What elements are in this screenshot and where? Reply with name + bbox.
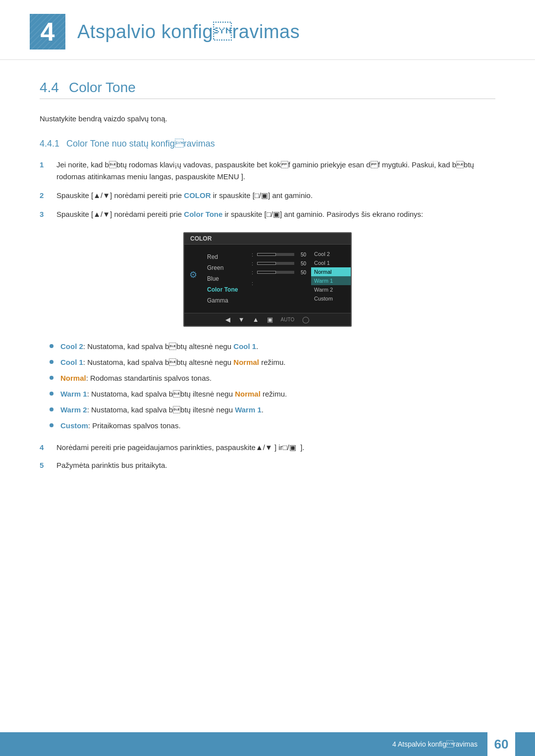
section-title: 4.4Color Tone — [40, 80, 495, 99]
main-content: 4.4Color Tone Nustatykite bendrą vaizdo … — [0, 60, 535, 527]
bullet-dot-5 — [50, 407, 54, 411]
menu-item-red: Red — [202, 252, 247, 262]
footer-power-btn: ◯ — [302, 316, 310, 323]
slider-separator-2: : — [252, 260, 253, 266]
section-num: 4.4 — [40, 80, 59, 95]
bullet-dot-6 — [50, 423, 54, 427]
slider-bar-blue — [257, 271, 294, 274]
slider-col: : 50 : 50 : — [247, 250, 311, 308]
subsection-name: Color Tone nuo statų konfigravimas — [66, 139, 215, 149]
footer-up-btn: ▲ — [253, 316, 259, 323]
menu-item-green: Green — [202, 262, 247, 273]
bullet-warm1: Warm 1: Nustatoma, kad spalva bbtų ilte… — [50, 388, 495, 400]
step-4-text: Norėdami pereiti prie pageidaujamos pari… — [56, 442, 495, 454]
bullet-text-warm1: Warm 1: Nustatoma, kad spalva bbtų ilte… — [60, 388, 287, 400]
step-1-text: Jei norite, kad bbtų rodomas klavi¡ų va… — [56, 159, 495, 183]
page-header: 4 Atspalvio konfigravimas — [0, 0, 535, 60]
slider-separator-3: : — [252, 269, 253, 275]
dropdown-col: Cool 2 Cool 1 Normal Warm 1 Warm 2 Custo… — [311, 250, 351, 308]
slider-fill-red — [257, 253, 275, 256]
intro-text: Nustatykite bendrą vaizdo spalvų toną. — [40, 113, 495, 125]
bullet-custom: Custom: Pritaikomas spalvos tonas. — [50, 420, 495, 432]
chapter-number: 4 — [41, 19, 55, 45]
bullet-text-normal: Normal: Rodomas standartinis spalvos ton… — [60, 372, 212, 384]
section-name: Color Tone — [69, 80, 136, 95]
final-steps-list: 4 Norėdami pereiti prie pageidaujamos pa… — [40, 442, 495, 471]
step-3-text: Spauskite [▲/▼] norėdami pereiti prie Co… — [56, 208, 495, 220]
monitor-body: ⚙ Red Green Blue Color Tone Gamma : 50 — [184, 245, 351, 313]
footer-auto-btn: AUTO — [281, 317, 295, 322]
dropdown-custom: Custom — [311, 294, 351, 303]
dropdown-cool2: Cool 2 — [311, 250, 351, 258]
bullet-normal: Normal: Rodomas standartinis spalvos ton… — [50, 372, 495, 384]
dropdown-warm2: Warm 2 — [311, 285, 351, 294]
menu-icon-col: ⚙ — [184, 250, 202, 308]
subsection-num: 4.4.1 — [40, 139, 59, 149]
bullet-cool2: Cool 2: Nustatoma, kad spalva bbtų alte… — [50, 341, 495, 353]
slider-val-green: 50 — [296, 261, 306, 266]
footer-enter-btn: ▣ — [267, 316, 273, 323]
chapter-number-box: 4 — [30, 14, 65, 50]
step-1-num: 1 — [40, 159, 52, 183]
footer-page-number: 60 — [487, 732, 515, 756]
bullet-text-warm2: Warm 2: Nustatoma, kad spalva bbtų ilte… — [60, 404, 264, 416]
bullet-dot-2 — [50, 360, 54, 364]
bullet-dot-1 — [50, 344, 54, 348]
settings-icon: ⚙ — [189, 269, 197, 280]
slider-val-blue: 50 — [296, 270, 306, 275]
page-footer: 4 Atspalvio konfigravimas 60 — [0, 732, 535, 756]
step-2-num: 2 — [40, 190, 52, 202]
step-2: 2 Spauskite [▲/▼] norėdami pereiti prie … — [40, 190, 495, 202]
step-4-num: 4 — [40, 442, 52, 454]
step-5-num: 5 — [40, 459, 52, 471]
bullet-text-cool1: Cool 1: Nustatoma, kad spalva bbtų alte… — [60, 356, 285, 368]
menu-item-gamma: Gamma — [202, 295, 247, 306]
subsection-title: 4.4.1Color Tone nuo statų konfigravimas — [40, 139, 495, 149]
chapter-title: Atspalvio konfigravimas — [77, 21, 300, 43]
monitor-header: COLOR — [184, 233, 351, 245]
step-4: 4 Norėdami pereiti prie pageidaujamos pa… — [40, 442, 495, 454]
slider-bar-red — [257, 253, 294, 256]
monitor-header-label: COLOR — [190, 235, 212, 242]
step-1: 1 Jei norite, kad bbtų rodomas klavi¡ų … — [40, 159, 495, 183]
step-3-num: 3 — [40, 208, 52, 220]
footer-chapter-label: 4 Atspalvio konfigravimas — [392, 740, 478, 748]
bullet-text-custom: Custom: Pritaikomas spalvos tonas. — [60, 420, 181, 432]
step-5-text: Pažymėta parinktis bus pritaikyta. — [56, 459, 495, 471]
dropdown-warm1: Warm 1 — [311, 276, 351, 285]
menu-item-blue: Blue — [202, 273, 247, 284]
menu-item-colortone: Color Tone — [202, 284, 247, 295]
step-3: 3 Spauskite [▲/▼] norėdami pereiti prie … — [40, 208, 495, 220]
slider-separator: : — [252, 252, 253, 257]
bullet-warm2: Warm 2: Nustatoma, kad spalva bbtų ilte… — [50, 404, 495, 416]
bullet-dot-4 — [50, 392, 54, 396]
step-5: 5 Pažymėta parinktis bus pritaikyta. — [40, 459, 495, 471]
monitor-screenshot: COLOR ⚙ Red Green Blue Color Tone Gamma … — [40, 232, 495, 327]
footer-left-btn: ◀ — [225, 316, 230, 323]
colortone-separator: : — [252, 278, 306, 287]
bullet-list: Cool 2: Nustatoma, kad spalva bbtų alte… — [50, 341, 495, 432]
step-2-text: Spauskite [▲/▼] norėdami pereiti prie CO… — [56, 190, 495, 202]
slider-green: : 50 — [252, 260, 306, 266]
slider-blue: : 50 — [252, 269, 306, 275]
footer-down-btn: ▼ — [238, 316, 245, 323]
bullet-cool1: Cool 1: Nustatoma, kad spalva bbtų alte… — [50, 356, 495, 368]
dropdown-normal: Normal — [311, 267, 351, 276]
bullet-text-cool2: Cool 2: Nustatoma, kad spalva bbtų alte… — [60, 341, 258, 353]
slider-bar-green — [257, 262, 294, 265]
slider-val-red: 50 — [296, 252, 306, 257]
slider-red: : 50 — [252, 252, 306, 257]
slider-fill-blue — [257, 271, 275, 274]
menu-items-col: Red Green Blue Color Tone Gamma — [202, 250, 247, 308]
monitor-ui: COLOR ⚙ Red Green Blue Color Tone Gamma … — [183, 232, 352, 327]
slider-fill-green — [257, 262, 275, 265]
bullet-dot-3 — [50, 376, 54, 380]
dropdown-cool1: Cool 1 — [311, 258, 351, 267]
monitor-footer: ◀ ▼ ▲ ▣ AUTO ◯ — [184, 313, 351, 326]
steps-list: 1 Jei norite, kad bbtų rodomas klavi¡ų … — [40, 159, 495, 220]
